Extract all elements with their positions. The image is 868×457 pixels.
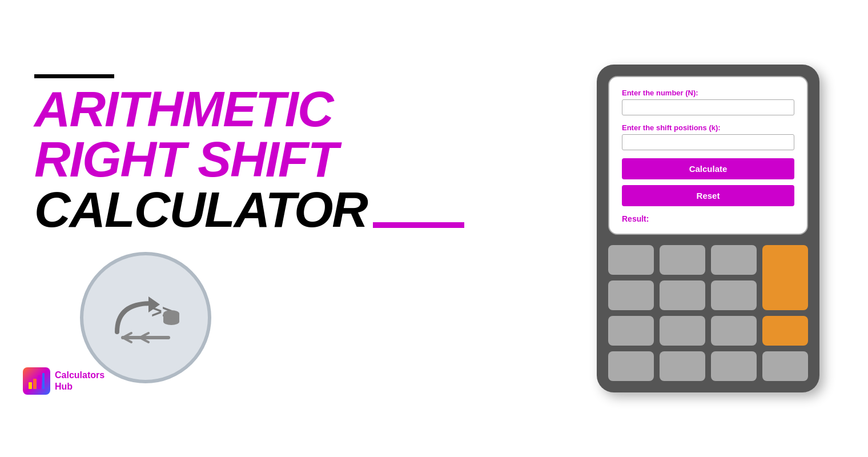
logo-icon bbox=[23, 367, 50, 395]
number-input[interactable] bbox=[622, 99, 794, 115]
logo-name: Calculators bbox=[55, 370, 105, 380]
svg-rect-8 bbox=[42, 373, 45, 389]
key-4[interactable] bbox=[608, 280, 654, 310]
key-1[interactable] bbox=[608, 245, 654, 275]
title-line1: ARITHMETIC bbox=[34, 84, 548, 134]
calculate-button[interactable]: Calculate bbox=[622, 158, 794, 179]
left-section: ARITHMETIC RIGHT SHIFT CALCULATOR >> bbox=[0, 51, 582, 406]
logo-icon-svg bbox=[27, 372, 46, 390]
key-2[interactable] bbox=[660, 245, 705, 275]
key-7[interactable] bbox=[608, 316, 654, 346]
key-13[interactable] bbox=[762, 351, 808, 381]
top-decorative-bar bbox=[34, 74, 114, 78]
key-3[interactable] bbox=[711, 245, 757, 275]
bottom-decorative-bar bbox=[373, 222, 464, 228]
logo: Calculators Hub bbox=[23, 367, 105, 395]
calculator: Enter the number (N): Enter the shift po… bbox=[597, 65, 819, 392]
logo-sub: Hub bbox=[55, 381, 105, 392]
right-section: Enter the number (N): Enter the shift po… bbox=[582, 65, 834, 392]
shift-label: Enter the shift positions (k): bbox=[622, 123, 794, 132]
svg-rect-7 bbox=[38, 375, 41, 389]
key-6[interactable] bbox=[711, 280, 757, 310]
shift-input[interactable] bbox=[622, 134, 794, 150]
key-9[interactable] bbox=[711, 316, 757, 346]
key-orange-1[interactable] bbox=[762, 245, 808, 310]
key-12[interactable] bbox=[711, 351, 757, 381]
logo-text: Calculators Hub bbox=[55, 370, 105, 391]
key-orange-2[interactable] bbox=[762, 316, 808, 346]
calculator-screen: Enter the number (N): Enter the shift po… bbox=[608, 76, 808, 235]
shift-icon-circle: >> bbox=[80, 252, 211, 383]
svg-point-4 bbox=[163, 318, 179, 325]
result-label: Result: bbox=[622, 214, 794, 223]
reset-button[interactable]: Reset bbox=[622, 185, 794, 206]
title-line2: RIGHT SHIFT bbox=[34, 134, 548, 185]
title-line3: CALCULATOR bbox=[34, 185, 548, 235]
svg-rect-6 bbox=[33, 379, 37, 389]
key-10[interactable] bbox=[608, 351, 654, 381]
key-5[interactable] bbox=[660, 280, 705, 310]
shift-icon-svg: >> bbox=[106, 286, 186, 349]
key-8[interactable] bbox=[660, 316, 705, 346]
key-11[interactable] bbox=[660, 351, 705, 381]
number-label: Enter the number (N): bbox=[622, 89, 794, 97]
title-line3-text: CALCULATOR bbox=[34, 185, 367, 235]
keypad bbox=[608, 245, 808, 381]
svg-rect-5 bbox=[29, 382, 32, 389]
